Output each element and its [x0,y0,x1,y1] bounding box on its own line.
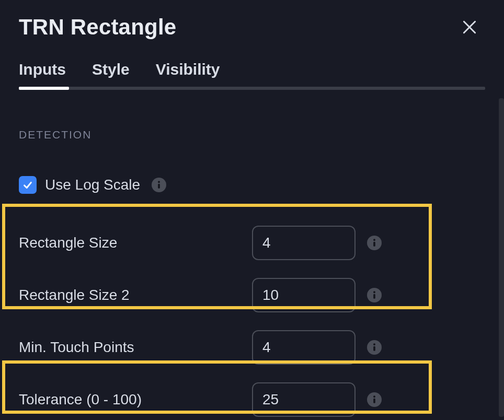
svg-point-8 [373,343,375,345]
info-icon [372,291,376,299]
svg-rect-3 [158,184,160,189]
info-icon-use-log-scale[interactable] [152,178,166,192]
tab-visibility[interactable]: Visibility [156,61,220,78]
use-log-scale-checkbox[interactable] [19,176,37,194]
rectangle-size-input[interactable] [252,226,356,260]
rectangle-size-label: Rectangle Size [19,235,252,251]
tab-underline-track [19,87,485,90]
svg-rect-5 [373,242,375,247]
info-icon-rectangle-size-2[interactable] [367,288,382,302]
tolerance-label: Tolerance (0 - 100) [19,391,252,408]
tolerance-input[interactable] [252,382,356,417]
row-min-touch-points: Min. Touch Points [19,325,485,370]
info-icon [157,181,161,189]
check-icon [22,179,33,191]
settings-dialog: TRN Rectangle Inputs Style Visibility DE… [0,0,504,420]
svg-rect-11 [373,399,375,403]
row-use-log-scale: Use Log Scale [19,164,485,206]
row-tolerance: Tolerance (0 - 100) [19,377,485,420]
row-rectangle-size: Rectangle Size [19,220,485,265]
tab-bar: Inputs Style Visibility [19,61,485,90]
min-touch-points-label: Min. Touch Points [19,339,252,356]
row-rectangle-size-2: Rectangle Size 2 [19,273,485,318]
vertical-scrollbar[interactable] [499,98,504,417]
tab-active-indicator [19,87,69,90]
dialog-header: TRN Rectangle [19,15,485,40]
info-icon [372,395,376,404]
close-button[interactable] [459,17,480,38]
tab-inputs[interactable]: Inputs [19,61,66,78]
rectangle-size-2-label: Rectangle Size 2 [19,287,252,304]
info-icon-min-touch-points[interactable] [367,340,382,355]
use-log-scale-label: Use Log Scale [45,177,140,193]
svg-point-10 [373,395,375,398]
svg-point-6 [373,291,375,293]
svg-rect-7 [373,294,375,299]
rectangle-size-2-input[interactable] [252,278,356,312]
section-label-detection: DETECTION [19,129,485,141]
min-touch-points-input[interactable] [252,330,356,365]
info-icon-rectangle-size[interactable] [367,236,382,250]
info-icon-tolerance[interactable] [367,392,382,407]
info-icon [372,343,376,352]
tab-style[interactable]: Style [92,61,130,78]
info-icon [372,239,376,247]
svg-point-2 [158,181,160,183]
close-icon [461,19,478,36]
svg-rect-9 [373,346,375,351]
dialog-title: TRN Rectangle [19,15,176,40]
svg-point-4 [373,239,375,241]
